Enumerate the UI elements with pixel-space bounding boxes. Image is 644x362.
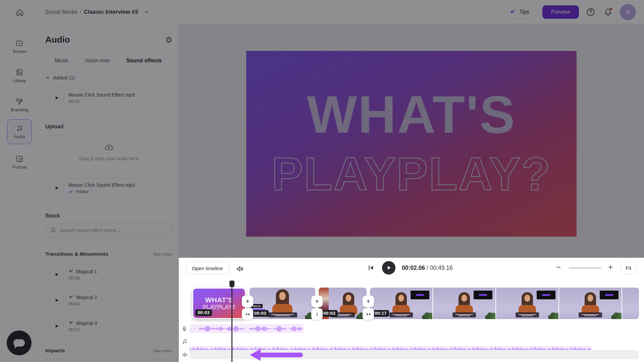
audio-dropzone[interactable]: Drag & drop your audio here bbox=[45, 136, 172, 169]
chat-launcher-button[interactable] bbox=[7, 330, 32, 355]
play-icon[interactable] bbox=[50, 91, 64, 105]
trim-button[interactable] bbox=[311, 308, 323, 320]
breadcrumb-separator: / bbox=[80, 9, 82, 15]
add-clip-button[interactable]: + bbox=[242, 296, 253, 307]
impacts-see-more[interactable]: See more bbox=[153, 348, 172, 353]
transition-item-magical-2[interactable]: Magical 2 00:04 bbox=[45, 290, 172, 310]
tab-sound-effects[interactable]: Sound effects bbox=[126, 58, 162, 64]
open-timeline-button[interactable]: Open timeline bbox=[185, 262, 230, 275]
timeline-clip-2[interactable]: Meme 00:03 bbox=[250, 288, 315, 319]
sidebar-item-screen[interactable]: Screen bbox=[7, 34, 32, 59]
app-root: Social Media / Classic Interview #3 Tips… bbox=[0, 0, 644, 362]
clip-duration-badge: 00:17 bbox=[372, 310, 389, 317]
clip-thumbnail bbox=[622, 288, 639, 319]
editor-canvas: WHAT'S PLAYPLAY? bbox=[179, 24, 644, 258]
person-figure bbox=[582, 292, 599, 314]
transition-button[interactable] bbox=[242, 308, 253, 320]
caption-bar bbox=[389, 312, 413, 317]
transition-name: Magical 3 bbox=[76, 320, 97, 326]
voiceover-track[interactable] bbox=[190, 324, 304, 333]
zoom-in-button[interactable]: + bbox=[606, 262, 614, 272]
play-button[interactable] bbox=[382, 261, 395, 275]
sidebar-item-label: Library bbox=[13, 78, 26, 83]
transitions-see-more[interactable]: See more bbox=[153, 252, 172, 257]
divider bbox=[45, 359, 172, 359]
sidebar-item-audio[interactable]: Audio bbox=[7, 119, 32, 144]
screen-share-thumb bbox=[474, 291, 492, 299]
home-icon bbox=[15, 8, 24, 17]
added-status-label: Added bbox=[75, 189, 89, 194]
sparkle-icon bbox=[68, 320, 73, 325]
timeline-clip-3[interactable]: 00:03 bbox=[319, 288, 367, 319]
playhead-handle[interactable] bbox=[229, 281, 234, 287]
home-button[interactable] bbox=[15, 7, 25, 17]
transition-button[interactable] bbox=[363, 308, 374, 320]
library-icon bbox=[15, 68, 23, 76]
tips-button[interactable]: Tips bbox=[502, 5, 536, 19]
fit-button[interactable]: Fit bbox=[621, 262, 636, 274]
help-button[interactable] bbox=[585, 6, 596, 18]
add-clip-button[interactable]: + bbox=[311, 296, 323, 307]
impacts-section-title: Impacts bbox=[45, 348, 65, 354]
plant-decor bbox=[487, 312, 493, 318]
format-icon bbox=[15, 155, 23, 163]
caption-bar bbox=[268, 312, 297, 317]
top-bar: Social Media / Classic Interview #3 Tips… bbox=[0, 0, 644, 24]
topbar-actions: Tips Preview S bbox=[502, 0, 636, 24]
caption-bar bbox=[516, 312, 539, 317]
sound-duration: 00:01 bbox=[68, 99, 135, 104]
sidebar-item-format[interactable]: Format bbox=[7, 150, 32, 175]
gear-icon[interactable]: ⚙ bbox=[165, 36, 172, 44]
play-icon[interactable] bbox=[50, 181, 64, 195]
transition-name: Magical 2 bbox=[76, 295, 97, 300]
notifications-button[interactable] bbox=[602, 6, 614, 18]
music-note-icon bbox=[15, 124, 23, 132]
speaker-icon[interactable] bbox=[236, 264, 245, 273]
sound-search[interactable] bbox=[45, 224, 172, 237]
notification-badge bbox=[609, 7, 612, 10]
tab-music[interactable]: Music bbox=[55, 58, 69, 64]
sound-name: Mouse Click Sound Effect.mp3 bbox=[68, 92, 135, 98]
zoom-slider[interactable] bbox=[569, 267, 601, 269]
zoom-out-button[interactable]: − bbox=[554, 262, 562, 272]
play-icon[interactable] bbox=[50, 319, 64, 333]
preview-button[interactable]: Preview bbox=[542, 5, 579, 19]
screen-share-thumb bbox=[411, 291, 429, 299]
add-clip-button[interactable]: + bbox=[363, 296, 374, 307]
sidebar-item-library[interactable]: Library bbox=[7, 63, 32, 88]
play-icon[interactable] bbox=[50, 293, 64, 307]
transition-duration: 00:04 bbox=[68, 301, 97, 306]
help-icon bbox=[586, 7, 595, 17]
clip-thumbnail bbox=[433, 288, 495, 319]
timeline-clip-title-card[interactable]: WHAT'S PLAYPLAY? 00:03 bbox=[192, 288, 246, 319]
uploaded-sound-item[interactable]: Mouse Click Sound Effect.mp3 Added bbox=[45, 178, 172, 198]
search-input[interactable] bbox=[60, 228, 167, 233]
person-figure bbox=[455, 292, 473, 314]
total-time: 00:49.16 bbox=[430, 264, 453, 271]
divider bbox=[45, 84, 172, 85]
breadcrumb-chevron-icon[interactable] bbox=[144, 9, 149, 15]
person-figure bbox=[519, 292, 536, 314]
avatar[interactable]: S bbox=[620, 4, 636, 20]
added-sound-item[interactable]: Mouse Click Sound Effect.mp3 00:01 bbox=[45, 88, 172, 108]
clip-thumbnail bbox=[559, 288, 622, 319]
video-title-line1: WHAT'S bbox=[307, 88, 516, 141]
transition-item-magical-3[interactable]: Magical 3 00:02 bbox=[45, 316, 172, 336]
music-track-icon bbox=[181, 339, 187, 344]
play-icon[interactable] bbox=[50, 267, 64, 282]
clip-title-line1: WHAT'S bbox=[205, 296, 233, 304]
tab-voice-over[interactable]: Voice-over bbox=[85, 58, 110, 64]
playhead-line[interactable] bbox=[231, 282, 232, 362]
clip-duration-badge: 00:03 bbox=[195, 309, 212, 316]
transition-item-magical-1[interactable]: Magical 1 00:03 bbox=[45, 264, 172, 285]
added-section-toggle[interactable]: Added (1) bbox=[45, 75, 172, 80]
video-preview[interactable]: WHAT'S PLAYPLAY? bbox=[246, 51, 577, 237]
sidebar-item-branding[interactable]: Branding bbox=[7, 93, 32, 117]
skip-to-start-button[interactable] bbox=[367, 264, 375, 272]
timeline-clip-4[interactable]: 00:17 bbox=[370, 288, 639, 319]
audio-panel: Audio ⚙ Music Voice-over Sound effects A… bbox=[39, 24, 179, 362]
added-section-label: Added (1) bbox=[53, 75, 75, 80]
avatar-initial: S bbox=[626, 9, 630, 15]
breadcrumb[interactable]: Social Media / Classic Interview #3 bbox=[45, 0, 149, 24]
breadcrumb-title: Classic Interview #3 bbox=[84, 9, 138, 15]
